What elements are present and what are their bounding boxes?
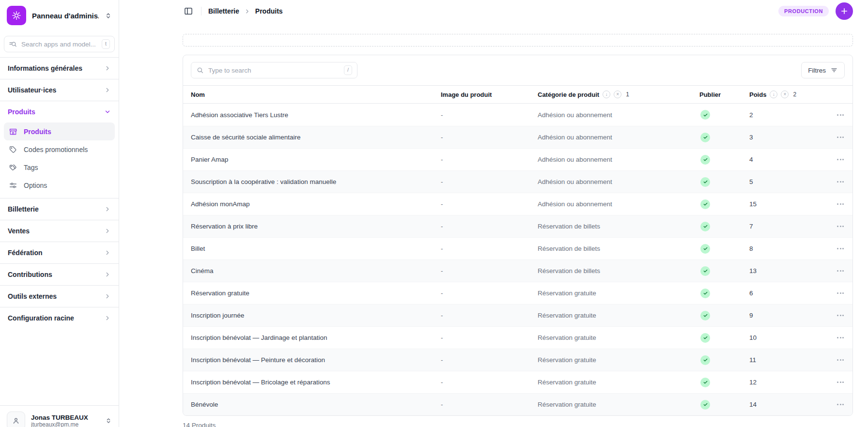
table-row[interactable]: Inscription journée - Réservation gratui… [183,304,852,326]
row-actions-button[interactable] [836,134,845,141]
cell-publier [699,289,749,298]
table-row[interactable]: Cinéma - Réservation de billets 13 [183,259,852,282]
sidebar-section-configuration-racine[interactable]: Configuration racine [0,307,119,329]
row-actions-button[interactable] [836,223,845,230]
published-check-icon [700,355,710,365]
sidebar-search-input[interactable]: Search apps and model... t [4,36,115,52]
cell-publier [699,266,749,276]
row-actions-button[interactable] [836,290,845,297]
published-check-icon [700,222,710,231]
person-icon [12,416,20,425]
cell-image: - [441,334,538,341]
cell-categorie: Réservation gratuite [538,356,699,364]
row-actions-button[interactable] [836,356,845,364]
sidebar-toggle-button[interactable] [183,5,194,17]
sort-priority: 1 [626,91,629,98]
row-actions-button[interactable] [836,267,845,274]
table-row[interactable]: Panier Amap - Adhésion ou abonnement 4 [183,148,852,170]
breadcrumb-produits: Produits [255,7,283,15]
sidebar-section-informations-generales[interactable]: Informations générales [0,58,119,79]
row-actions-button[interactable] [836,245,845,252]
cell-poids: 15 [749,200,817,208]
sidebar-section-outils-externes[interactable]: Outils externes [0,286,119,307]
cell-poids: 4 [749,156,817,163]
sidebar-section-federation[interactable]: Fédération [0,242,119,263]
search-shortcut-key: / [344,65,352,75]
products-table-card: Type to search / Filtres Nom Image du pr… [183,55,853,416]
published-check-icon [700,333,710,343]
column-header-image[interactable]: Image du produit [441,91,538,98]
cell-poids: 6 [749,290,817,297]
plus-icon [840,7,849,15]
cell-nom: Souscription à la coopérative : validati… [191,178,441,185]
cell-categorie: Adhésion ou abonnement [538,200,699,208]
column-header-poids[interactable]: Poids ↓ × 2 [749,91,817,98]
sort-remove-icon[interactable]: × [781,91,789,98]
app-switcher[interactable]: Panneau d'adminis... [0,0,119,31]
row-actions-button[interactable] [836,111,845,119]
row-actions-button[interactable] [836,334,845,341]
table-row[interactable]: Inscription bénévolat — Peinture et déco… [183,349,852,371]
table-row[interactable]: Inscription bénévolat — Jardinage et pla… [183,326,852,349]
cell-nom: Bénévole [191,401,441,408]
cell-image: - [441,401,538,408]
cell-image: - [441,156,538,163]
breadcrumb-billetterie[interactable]: Billetterie [208,7,239,15]
sidebar-section-contributions[interactable]: Contributions [0,264,119,285]
sidebar-item-options[interactable]: Options [4,176,115,194]
column-header-nom[interactable]: Nom [191,91,441,98]
table-row[interactable]: Réservation gratuite - Réservation gratu… [183,282,852,304]
gear-icon [12,11,21,20]
published-check-icon [700,311,710,320]
add-product-button[interactable] [836,2,853,20]
tags-icon [9,163,17,172]
cell-poids: 5 [749,178,817,185]
table-row[interactable]: Caisse de sécurité sociale alimentaire -… [183,126,852,148]
row-actions-button[interactable] [836,379,845,386]
table-row[interactable]: Billet - Réservation de billets 8 [183,237,852,259]
row-actions-button[interactable] [836,156,845,163]
panel-left-icon [184,6,193,16]
sidebar-section-produits[interactable]: Produits [0,101,119,122]
sidebar-item-tags[interactable]: Tags [4,158,115,176]
sidebar-section-ventes[interactable]: Ventes [0,220,119,242]
chevron-right-icon [104,315,111,321]
sidebar-item-produits[interactable]: Produits [4,122,115,140]
row-actions-button[interactable] [836,312,845,319]
sort-ascending-icon[interactable]: ↓ [603,91,610,98]
chevron-right-icon [104,228,111,234]
sidebar-section-billetterie[interactable]: Billetterie [0,198,119,220]
divider [201,7,202,15]
table-search-input[interactable]: Type to search / [191,62,357,78]
column-header-publier[interactable]: Publier [699,91,749,98]
cell-image: - [441,245,538,252]
table-row[interactable]: Adhésion associative Tiers Lustre - Adhé… [183,104,852,126]
sidebar: Panneau d'adminis... Search apps and mod… [0,0,119,427]
sidebar-section-utilisateur-ices[interactable]: Utilisateur·ices [0,79,119,101]
table-row[interactable]: Bénévole - Réservation gratuite 14 [183,393,852,415]
cell-poids: 14 [749,401,817,408]
cell-categorie: Adhésion ou abonnement [538,156,699,163]
chevron-right-icon [104,206,111,213]
user-menu[interactable]: Jonas TURBEAUX jturbeaux@pm.me [0,405,119,427]
search-shortcut-key: t [102,39,110,48]
table-row[interactable]: Adhésion monAmap - Adhésion ou abonnemen… [183,193,852,215]
sidebar-item-codes-promotionnels[interactable]: Codes promotionnels [4,140,115,158]
sort-remove-icon[interactable]: × [614,91,621,98]
cell-nom: Inscription bénévolat — Peinture et déco… [191,356,441,364]
row-actions-button[interactable] [836,178,845,185]
chevron-right-icon [104,65,111,72]
table-row[interactable]: Inscription bénévolat — Bricolage et rép… [183,371,852,393]
sort-ascending-icon[interactable]: ↓ [770,91,777,98]
table-row[interactable]: Réservation à prix libre - Réservation d… [183,215,852,237]
column-header-categorie[interactable]: Catégorie de produit ↓ × 1 [538,91,699,98]
filters-button[interactable]: Filtres [801,62,845,78]
cell-publier [699,311,749,320]
cell-image: - [441,111,538,119]
cell-publier [699,133,749,142]
cell-publier [699,177,749,187]
cell-categorie: Réservation gratuite [538,334,699,341]
row-actions-button[interactable] [836,401,845,408]
table-row[interactable]: Souscription à la coopérative : validati… [183,170,852,193]
row-actions-button[interactable] [836,200,845,208]
